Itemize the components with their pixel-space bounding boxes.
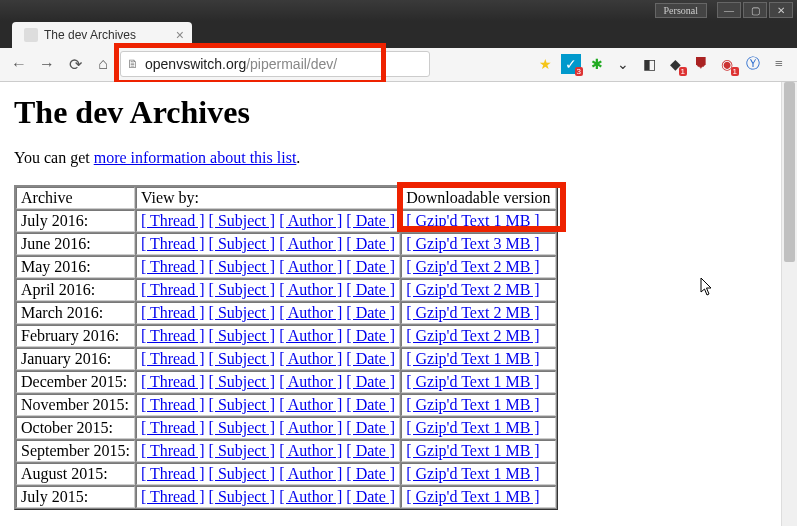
download-link[interactable]: [ Gzip'd Text 1 MB ] [406, 442, 539, 459]
tab-favicon [24, 28, 38, 42]
download-link[interactable]: [ Gzip'd Text 1 MB ] [406, 350, 539, 367]
date-link[interactable]: [ Date ] [346, 396, 395, 413]
tab-strip: The dev Archives × [0, 21, 797, 48]
viewby-cell: [ Thread ] [ Subject ] [ Author ] [ Date… [136, 302, 400, 324]
date-link[interactable]: [ Date ] [346, 304, 395, 321]
extension-icon[interactable]: ✓3 [561, 54, 581, 74]
thread-link[interactable]: [ Thread ] [141, 396, 205, 413]
date-link[interactable]: [ Date ] [346, 327, 395, 344]
subject-link[interactable]: [ Subject ] [209, 235, 276, 252]
date-link[interactable]: [ Date ] [346, 235, 395, 252]
subject-link[interactable]: [ Subject ] [209, 465, 276, 482]
thread-link[interactable]: [ Thread ] [141, 488, 205, 505]
download-link[interactable]: [ Gzip'd Text 2 MB ] [406, 258, 539, 275]
thread-link[interactable]: [ Thread ] [141, 327, 205, 344]
date-link[interactable]: [ Date ] [346, 258, 395, 275]
subject-link[interactable]: [ Subject ] [209, 396, 276, 413]
subject-link[interactable]: [ Subject ] [209, 350, 276, 367]
date-link[interactable]: [ Date ] [346, 373, 395, 390]
thread-link[interactable]: [ Thread ] [141, 281, 205, 298]
vertical-scrollbar[interactable] [781, 82, 797, 526]
forward-button[interactable]: → [36, 53, 58, 75]
extension-icon[interactable]: ◧ [639, 54, 659, 74]
download-link[interactable]: [ Gzip'd Text 1 MB ] [406, 419, 539, 436]
thread-link[interactable]: [ Thread ] [141, 212, 205, 229]
table-row: January 2016:[ Thread ] [ Subject ] [ Au… [16, 348, 556, 370]
subject-link[interactable]: [ Subject ] [209, 442, 276, 459]
subject-link[interactable]: [ Subject ] [209, 373, 276, 390]
subject-link[interactable]: [ Subject ] [209, 212, 276, 229]
author-link[interactable]: [ Author ] [279, 212, 342, 229]
more-info-link[interactable]: more information about this list [94, 149, 297, 166]
download-link[interactable]: [ Gzip'd Text 1 MB ] [406, 465, 539, 482]
th-archive: Archive [16, 187, 135, 209]
date-link[interactable]: [ Date ] [346, 212, 395, 229]
date-link[interactable]: [ Date ] [346, 350, 395, 367]
subject-link[interactable]: [ Subject ] [209, 488, 276, 505]
thread-link[interactable]: [ Thread ] [141, 235, 205, 252]
table-row: August 2015:[ Thread ] [ Subject ] [ Aut… [16, 463, 556, 485]
author-link[interactable]: [ Author ] [279, 281, 342, 298]
close-window-button[interactable]: ✕ [769, 2, 793, 18]
subject-link[interactable]: [ Subject ] [209, 304, 276, 321]
download-link[interactable]: [ Gzip'd Text 1 MB ] [406, 373, 539, 390]
download-link[interactable]: [ Gzip'd Text 1 MB ] [406, 396, 539, 413]
home-button[interactable]: ⌂ [92, 53, 114, 75]
subject-link[interactable]: [ Subject ] [209, 258, 276, 275]
author-link[interactable]: [ Author ] [279, 465, 342, 482]
author-link[interactable]: [ Author ] [279, 258, 342, 275]
author-link[interactable]: [ Author ] [279, 304, 342, 321]
evernote-icon[interactable]: ✱ [587, 54, 607, 74]
download-link[interactable]: [ Gzip'd Text 2 MB ] [406, 281, 539, 298]
thread-link[interactable]: [ Thread ] [141, 373, 205, 390]
date-link[interactable]: [ Date ] [346, 465, 395, 482]
maximize-button[interactable]: ▢ [743, 2, 767, 18]
star-icon[interactable]: ★ [535, 54, 555, 74]
date-link[interactable]: [ Date ] [346, 488, 395, 505]
date-link[interactable]: [ Date ] [346, 281, 395, 298]
address-bar[interactable]: 🗎 openvswitch.org/pipermail/dev/ [120, 51, 430, 77]
download-cell: [ Gzip'd Text 1 MB ] [401, 486, 555, 508]
thread-link[interactable]: [ Thread ] [141, 419, 205, 436]
extension-icon[interactable]: Ⓨ [743, 54, 763, 74]
thread-link[interactable]: [ Thread ] [141, 258, 205, 275]
badge: 1 [731, 67, 739, 76]
thread-link[interactable]: [ Thread ] [141, 350, 205, 367]
archive-cell: February 2016: [16, 325, 135, 347]
author-link[interactable]: [ Author ] [279, 396, 342, 413]
author-link[interactable]: [ Author ] [279, 235, 342, 252]
minimize-button[interactable]: — [717, 2, 741, 18]
download-link[interactable]: [ Gzip'd Text 3 MB ] [406, 235, 539, 252]
scroll-thumb[interactable] [784, 82, 795, 262]
download-link[interactable]: [ Gzip'd Text 2 MB ] [406, 327, 539, 344]
subject-link[interactable]: [ Subject ] [209, 281, 276, 298]
tab-close-icon[interactable]: × [176, 27, 184, 43]
author-link[interactable]: [ Author ] [279, 488, 342, 505]
author-link[interactable]: [ Author ] [279, 442, 342, 459]
download-link[interactable]: [ Gzip'd Text 1 MB ] [406, 212, 539, 229]
browser-tab[interactable]: The dev Archives × [12, 22, 192, 48]
download-link[interactable]: [ Gzip'd Text 1 MB ] [406, 488, 539, 505]
archive-cell: October 2015: [16, 417, 135, 439]
download-link[interactable]: [ Gzip'd Text 2 MB ] [406, 304, 539, 321]
thread-link[interactable]: [ Thread ] [141, 465, 205, 482]
thread-link[interactable]: [ Thread ] [141, 442, 205, 459]
archive-cell: March 2016: [16, 302, 135, 324]
menu-icon[interactable]: ≡ [769, 54, 789, 74]
author-link[interactable]: [ Author ] [279, 327, 342, 344]
extension-icon[interactable]: ◉1 [717, 54, 737, 74]
back-button[interactable]: ← [8, 53, 30, 75]
ublock-icon[interactable]: ⛊ [691, 54, 711, 74]
reload-button[interactable]: ⟳ [64, 53, 86, 75]
date-link[interactable]: [ Date ] [346, 419, 395, 436]
date-link[interactable]: [ Date ] [346, 442, 395, 459]
author-link[interactable]: [ Author ] [279, 350, 342, 367]
thread-link[interactable]: [ Thread ] [141, 304, 205, 321]
author-link[interactable]: [ Author ] [279, 373, 342, 390]
subject-link[interactable]: [ Subject ] [209, 327, 276, 344]
pocket-icon[interactable]: ⌄ [613, 54, 633, 74]
extension-icon[interactable]: ◆1 [665, 54, 685, 74]
subject-link[interactable]: [ Subject ] [209, 419, 276, 436]
author-link[interactable]: [ Author ] [279, 419, 342, 436]
page-info-icon[interactable]: 🗎 [127, 57, 139, 71]
